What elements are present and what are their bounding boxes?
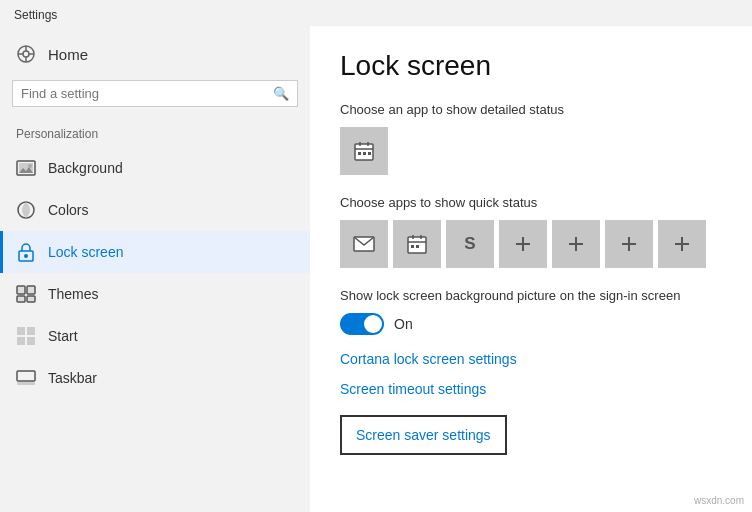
sign-in-toggle[interactable] [340, 313, 384, 335]
search-box[interactable]: 🔍 [12, 80, 298, 107]
quick-status-add4-btn[interactable] [658, 220, 706, 268]
sidebar-item-themes[interactable]: Themes [0, 273, 310, 315]
page-title: Lock screen [340, 50, 722, 82]
title-bar: Settings [0, 0, 752, 26]
svg-rect-28 [363, 152, 366, 155]
svg-rect-17 [17, 327, 25, 335]
svg-rect-20 [27, 337, 35, 345]
svg-rect-22 [17, 382, 35, 385]
timeout-link[interactable]: Screen timeout settings [340, 381, 722, 397]
background-icon [16, 158, 36, 178]
themes-icon [16, 284, 36, 304]
svg-rect-35 [411, 245, 414, 248]
sidebar-item-lockscreen[interactable]: Lock screen [0, 231, 310, 273]
taskbar-icon [16, 368, 36, 388]
quick-status-add1-btn[interactable] [499, 220, 547, 268]
svg-rect-21 [17, 371, 35, 381]
nav-label-themes: Themes [48, 286, 99, 302]
svg-rect-13 [17, 286, 25, 294]
search-input[interactable] [21, 86, 273, 101]
detailed-status-calendar-btn[interactable] [340, 127, 388, 175]
start-icon [16, 326, 36, 346]
svg-rect-16 [27, 296, 35, 302]
sidebar-home[interactable]: Home [0, 34, 310, 74]
svg-rect-18 [27, 327, 35, 335]
nav-label-taskbar: Taskbar [48, 370, 97, 386]
svg-point-12 [24, 254, 28, 258]
quick-status-add2-btn[interactable] [552, 220, 600, 268]
quick-status-add3-btn[interactable] [605, 220, 653, 268]
app-title: Settings [14, 8, 57, 22]
nav-label-colors: Colors [48, 202, 88, 218]
svg-point-9 [28, 164, 32, 168]
lockscreen-icon [16, 242, 36, 262]
svg-rect-14 [27, 286, 35, 294]
colors-icon [16, 200, 36, 220]
nav-label-background: Background [48, 160, 123, 176]
svg-point-1 [23, 51, 29, 57]
svg-rect-19 [17, 337, 25, 345]
detailed-status-label: Choose an app to show detailed status [340, 102, 722, 117]
sidebar-item-background[interactable]: Background [0, 147, 310, 189]
svg-rect-29 [368, 152, 371, 155]
watermark: wsxdn.com [694, 495, 744, 506]
sidebar-item-start[interactable]: Start [0, 315, 310, 357]
screensaver-link[interactable]: Screen saver settings [340, 415, 507, 455]
section-label: Personalization [0, 119, 310, 147]
quick-status-skype-btn[interactable]: S [446, 220, 494, 268]
toggle-label: On [394, 316, 413, 332]
quick-status-mail-btn[interactable] [340, 220, 388, 268]
nav-label-start: Start [48, 328, 78, 344]
quick-status-row: S [340, 220, 722, 268]
home-label: Home [48, 46, 88, 63]
sign-in-label: Show lock screen background picture on t… [340, 288, 722, 303]
content-area: Lock screen Choose an app to show detail… [310, 26, 752, 512]
cortana-link[interactable]: Cortana lock screen settings [340, 351, 722, 367]
svg-rect-15 [17, 296, 25, 302]
detailed-status-row [340, 127, 722, 175]
sidebar-item-taskbar[interactable]: Taskbar [0, 357, 310, 399]
svg-rect-27 [358, 152, 361, 155]
toggle-row: On [340, 313, 722, 335]
search-icon: 🔍 [273, 86, 289, 101]
quick-status-label: Choose apps to show quick status [340, 195, 722, 210]
nav-label-lockscreen: Lock screen [48, 244, 123, 260]
home-icon [16, 44, 36, 64]
sidebar-item-colors[interactable]: Colors [0, 189, 310, 231]
sidebar: Home 🔍 Personalization Background [0, 26, 310, 512]
quick-status-calendar-btn[interactable] [393, 220, 441, 268]
svg-rect-36 [416, 245, 419, 248]
